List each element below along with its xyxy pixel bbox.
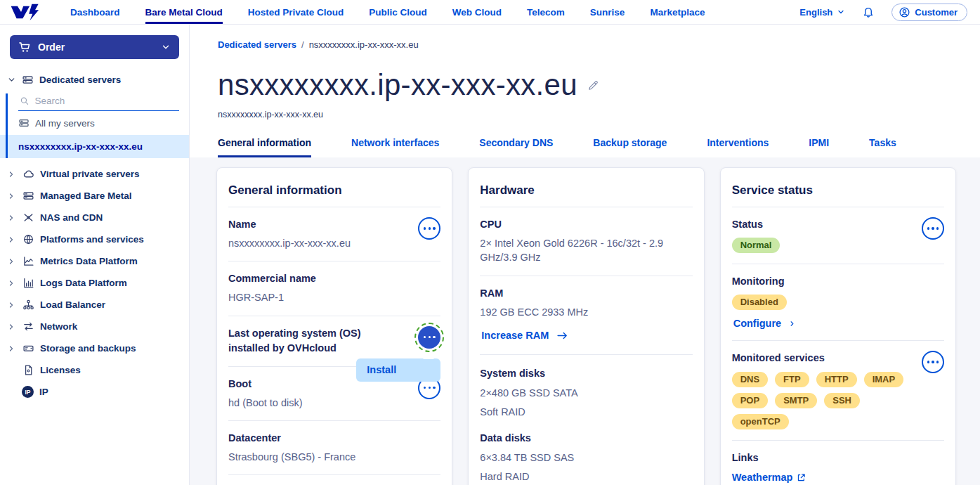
nav-public-cloud[interactable]: Public Cloud bbox=[369, 0, 427, 24]
nav-marketplace[interactable]: Marketplace bbox=[650, 0, 705, 24]
sidebar-item-load-balancer[interactable]: Load Balancer bbox=[0, 294, 189, 316]
field-label: System disks bbox=[480, 366, 692, 381]
tab-tasks[interactable]: Tasks bbox=[869, 137, 896, 157]
service-badge: SSH bbox=[824, 393, 860, 408]
order-button[interactable]: Order bbox=[10, 35, 179, 59]
tab-interventions[interactable]: Interventions bbox=[707, 137, 769, 157]
tab-secondary-dns[interactable]: Secondary DNS bbox=[479, 137, 553, 157]
universe-nav: Dashboard Bare Metal Cloud Hosted Privat… bbox=[70, 0, 705, 24]
customer-account-button[interactable]: Customer bbox=[891, 4, 967, 21]
field-value: hd (Boot to disk) bbox=[228, 396, 440, 410]
search-icon bbox=[20, 96, 30, 106]
sidebar-item-nas-and-cdn[interactable]: NAS and CDN bbox=[0, 207, 189, 228]
os-actions-ellipsis-button[interactable] bbox=[418, 326, 440, 349]
data-disks-block: Data disks 6×3.84 TB SSD SAS Hard RAID bbox=[480, 431, 692, 484]
logs-chart-icon bbox=[22, 277, 34, 289]
sidebar-item-all-my-servers[interactable]: All my servers bbox=[0, 111, 189, 135]
notifications-bell-icon[interactable] bbox=[862, 6, 875, 18]
link-label: Weathermap bbox=[732, 472, 793, 483]
sidebar-item-metrics-data-platform[interactable]: Metrics Data Platform bbox=[0, 250, 189, 272]
sidebar-group-dedicated-servers[interactable]: Dedicated servers bbox=[0, 71, 189, 89]
field-label: RAM bbox=[480, 286, 692, 301]
ellipsis-icon bbox=[927, 361, 930, 363]
tab-backup-storage[interactable]: Backup storage bbox=[593, 137, 667, 157]
increase-ram-link[interactable]: Increase RAM bbox=[481, 330, 568, 342]
field-label: CPU bbox=[480, 217, 692, 232]
nav-hosted-private-cloud[interactable]: Hosted Private Cloud bbox=[248, 0, 344, 24]
chevron-right-icon bbox=[788, 320, 796, 328]
field-ram: RAM 192 GB ECC 2933 MHz Increase RAM bbox=[480, 276, 692, 355]
chevron-down-icon bbox=[161, 42, 171, 52]
field-value: nsxxxxxxxx.ip-xx-xxx-xx.eu bbox=[228, 236, 440, 250]
sidebar-item-label: NAS and CDN bbox=[40, 212, 103, 223]
field-label: Datacenter bbox=[228, 431, 440, 446]
chevron-right-icon bbox=[7, 344, 16, 353]
nav-telecom[interactable]: Telecom bbox=[527, 0, 565, 24]
configure-link[interactable]: Configure bbox=[733, 318, 796, 329]
breadcrumb: Dedicated servers / nsxxxxxxxx.ip-xx-xxx… bbox=[190, 25, 980, 50]
field-value: HGR-SAP-1 bbox=[228, 290, 440, 304]
status-badge: Normal bbox=[732, 238, 780, 253]
card-title: Hardware bbox=[480, 168, 692, 207]
sidebar-item-label: Storage and backups bbox=[40, 343, 136, 354]
field-datacenter: Datacenter Strasbourg (SBG5) - France bbox=[228, 421, 440, 475]
tab-general-information[interactable]: General information bbox=[218, 137, 311, 157]
sidebar-group-label: Dedicated servers bbox=[39, 75, 121, 85]
cart-icon bbox=[18, 41, 31, 53]
sidebar-item-label: Managed Bare Metal bbox=[40, 190, 132, 201]
install-menu-item[interactable]: Install bbox=[356, 358, 440, 382]
field-label: Commercial name bbox=[228, 271, 440, 286]
field-monitored-services: Monitored services DNS FTP HTTP IMAP POP… bbox=[732, 341, 944, 441]
nav-sunrise[interactable]: Sunrise bbox=[590, 0, 625, 24]
chevron-right-icon bbox=[7, 170, 16, 179]
breadcrumb-dedicated-servers-link[interactable]: Dedicated servers bbox=[218, 39, 296, 50]
sidebar-item-selected-server[interactable]: nsxxxxxxxx.ip-xx-xxx-xx.eu bbox=[0, 135, 189, 158]
load-balancer-icon bbox=[22, 299, 34, 311]
globe-icon bbox=[22, 233, 34, 245]
tab-ipmi[interactable]: IPMI bbox=[809, 137, 829, 157]
field-cpu: CPU 2× Intel Xeon Gold 6226R - 16c/32t -… bbox=[480, 207, 692, 276]
field-commercial-name: Commercial name HGR-SAP-1 bbox=[228, 261, 440, 316]
sidebar-item-virtual-private-servers[interactable]: Virtual private servers bbox=[0, 163, 189, 185]
ellipsis-icon bbox=[424, 387, 426, 389]
system-disks-block: System disks 2×480 GB SSD SATA Soft RAID bbox=[480, 366, 692, 420]
service-status-card: Service status Status Normal Monitoring … bbox=[720, 167, 956, 485]
sidebar-item-licenses[interactable]: Licenses bbox=[0, 359, 189, 381]
nav-dashboard[interactable]: Dashboard bbox=[70, 0, 120, 24]
arrow-right-icon bbox=[556, 330, 568, 342]
chevron-right-icon bbox=[7, 279, 16, 287]
sidebar-item-managed-bare-metal[interactable]: Managed Bare Metal bbox=[0, 185, 189, 207]
ellipsis-icon bbox=[927, 227, 930, 230]
general-information-card: General information Name nsxxxxxxxx.ip-x… bbox=[216, 167, 452, 485]
external-link-icon bbox=[797, 473, 806, 482]
field-value: Strasbourg (SBG5) - France bbox=[228, 450, 440, 464]
sidebar-item-label: Metrics Data Platform bbox=[40, 256, 138, 266]
ellipsis-icon bbox=[424, 227, 426, 230]
breadcrumb-separator: / bbox=[301, 39, 304, 50]
language-selector[interactable]: English bbox=[799, 7, 845, 18]
sidebar-item-ip[interactable]: IP IP bbox=[0, 381, 189, 403]
service-badge: HTTP bbox=[816, 372, 857, 387]
field-value: 2×480 GB SSD SATA bbox=[480, 386, 692, 400]
nav-bare-metal-cloud[interactable]: Bare Metal Cloud bbox=[145, 0, 223, 24]
monitored-services-ellipsis-button[interactable] bbox=[922, 351, 944, 373]
chevron-right-icon bbox=[7, 323, 16, 331]
sidebar-item-network[interactable]: Network bbox=[0, 316, 189, 337]
field-label: Last operating system (OS) installed by … bbox=[228, 326, 404, 356]
page-subtitle: nsxxxxxxxx.ip-xx-xxx-xx.eu bbox=[190, 110, 980, 119]
weathermap-link[interactable]: Weathermap bbox=[732, 472, 944, 483]
sidebar-item-logs-data-platform[interactable]: Logs Data Platform bbox=[0, 272, 189, 294]
tab-network-interfaces[interactable]: Network interfaces bbox=[351, 137, 439, 157]
dedicated-servers-subtree: All my servers nsxxxxxxxx.ip-xx-xxx-xx.e… bbox=[0, 91, 189, 158]
edit-pencil-icon[interactable] bbox=[587, 79, 599, 91]
field-value: Soft RAID bbox=[480, 405, 692, 419]
network-arrows-icon bbox=[22, 321, 34, 332]
ovhcloud-logo[interactable] bbox=[10, 0, 42, 24]
sidebar-search-input[interactable] bbox=[35, 96, 178, 106]
status-actions-ellipsis-button[interactable] bbox=[922, 217, 944, 240]
service-badge: openTCP bbox=[732, 414, 789, 429]
field-links: Links Weathermap VMS Status bbox=[732, 441, 944, 485]
sidebar-item-storage-and-backups[interactable]: Storage and backups bbox=[0, 337, 189, 359]
sidebar-item-platforms-and-services[interactable]: Platforms and services bbox=[0, 228, 189, 250]
nav-web-cloud[interactable]: Web Cloud bbox=[452, 0, 502, 24]
